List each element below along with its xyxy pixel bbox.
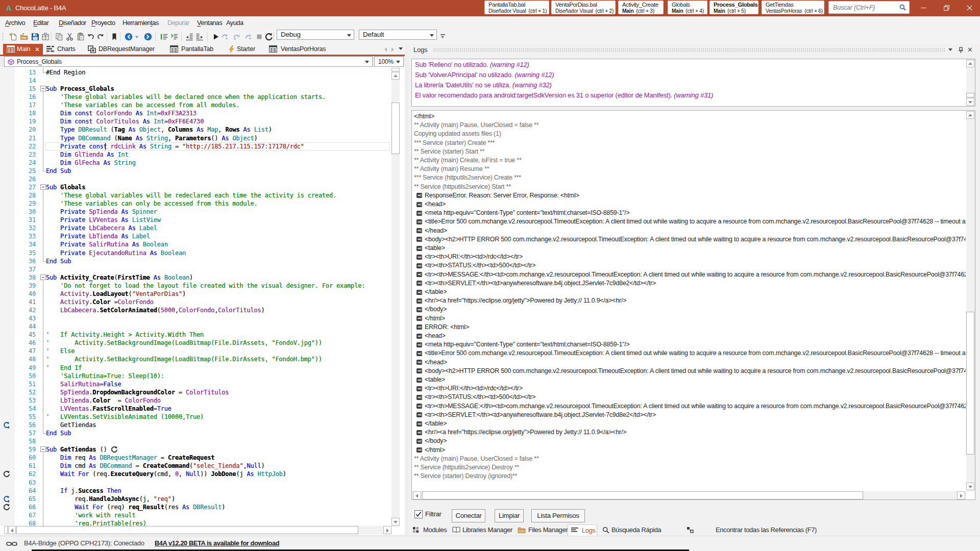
warnings-vscrollbar-thumb[interactable] xyxy=(966,93,974,97)
scroll-up-button[interactable] xyxy=(966,60,974,67)
log-line[interactable]: ** Service (httputils2service) Destroy *… xyxy=(412,463,966,472)
code-line-49[interactable]: 49' End If xyxy=(0,364,393,372)
log-line[interactable]: ** Activity (main) Resume ** xyxy=(412,165,966,173)
scroll-down-button[interactable] xyxy=(391,518,400,525)
code-line-26[interactable]: 26 xyxy=(0,175,393,183)
tab-main[interactable]: Main✕ xyxy=(3,44,43,55)
quick-tab-process_globals[interactable]: Process_GlobalsMain (ctrl + 5) xyxy=(709,1,758,14)
new-file-icon[interactable] xyxy=(9,32,18,41)
log-line[interactable]: </body> xyxy=(412,437,966,445)
log-line[interactable]: <tr><th>SERVLET:</th><td>anywheresoftwar… xyxy=(412,411,966,419)
fold-collapse-icon[interactable] xyxy=(40,184,46,190)
log-line[interactable]: <tr><th>STATUS:</th><td>500</td></tr> xyxy=(412,393,966,402)
code-line-20[interactable]: 20 Type DBResult (Tag As Object, Columns… xyxy=(0,126,393,134)
menu-depurar[interactable]: Depurar xyxy=(167,19,189,27)
search-box[interactable] xyxy=(828,1,910,14)
quick-tab-gettiendas[interactable]: GetTiendasVentasPorHoras (ctrl + 6) xyxy=(762,1,824,14)
log-line[interactable]: <tr><th>SERVLET:</th><td>anywheresoftwar… xyxy=(412,279,966,288)
log-line[interactable]: <tr><th>URI:</th><td>/rdc</td></tr> xyxy=(412,253,966,261)
code-line-18[interactable]: 18 Dim const ColorFondo As Int=0xFF3A231… xyxy=(0,109,393,117)
code-line-51[interactable]: 51 SalirRutina=False xyxy=(0,380,393,388)
code-line-44[interactable]: 44 xyxy=(0,322,393,331)
log-line[interactable]: ** Service (starter) Destroy (ignored)** xyxy=(412,472,966,481)
log-line[interactable]: <table> xyxy=(412,375,966,384)
code-line-62[interactable]: 62 Wait For (req.ExecuteQuery(cmd, 0, Nu… xyxy=(0,470,393,478)
log-line[interactable]: ResponseError. Reason: Server Error, Res… xyxy=(412,191,966,200)
warnings-list[interactable]: Sub 'Relleno' no utilizado. (warning #12… xyxy=(411,59,975,107)
code-line-38[interactable]: 38Sub Activity_Create(FirstTime As Boole… xyxy=(0,273,393,282)
save-icon[interactable] xyxy=(31,32,40,41)
code-line-60[interactable]: 60 Dim req As DBRequestManager = CreateR… xyxy=(0,454,393,462)
code-line-58[interactable]: 58 xyxy=(0,437,393,445)
tab-dbrequestmanager[interactable]: DBRequestManager xyxy=(85,44,154,55)
code-line-61[interactable]: 61 Dim cmd As DBCommand = CreateCommand(… xyxy=(0,462,393,470)
pin-icon[interactable] xyxy=(958,47,964,54)
log-line[interactable]: <body><h2>HTTP ERROR 500 com.mchange.v2.… xyxy=(412,367,966,375)
menu-ventanas[interactable]: Ventanas xyxy=(197,19,222,27)
scroll-right-button[interactable] xyxy=(383,526,391,534)
code-line-63[interactable]: 63 xyxy=(0,479,393,487)
filter-checkbox[interactable] xyxy=(414,510,423,518)
close-button[interactable] xyxy=(961,0,978,16)
code-line-17[interactable]: 17 'These variables can be accessed from… xyxy=(0,101,393,109)
code-line-16[interactable]: 16 'These global variables will be decla… xyxy=(0,93,393,101)
log-output[interactable]: </html>** Activity (main) Pause, UserClo… xyxy=(411,110,975,500)
log-line[interactable]: <head> xyxy=(412,332,966,340)
quick-tab-ventapordias.bal[interactable]: VentaPorDias.balDiseñador Visual (ctrl +… xyxy=(551,1,616,14)
tool-tab-logs[interactable]: Logs xyxy=(568,524,597,536)
toolbar-grip[interactable] xyxy=(2,33,4,41)
code-line-45[interactable]: 45' If Activity.Height > Activity.Width … xyxy=(0,331,393,339)
log-line[interactable]: </html> xyxy=(412,314,966,323)
log-line[interactable]: </body> xyxy=(412,305,966,314)
zoom-combobox[interactable]: 100% xyxy=(374,56,404,67)
code-line-19[interactable]: 19 Dim const ColorTitulos As Int=0xFF6E4… xyxy=(0,117,393,126)
log-line[interactable]: Copying updated assets files (1) xyxy=(412,130,966,138)
menu-proyecto[interactable]: Proyecto xyxy=(91,19,115,27)
editor-vscrollbar-thumb[interactable] xyxy=(391,103,400,154)
log-line[interactable]: <tr><th>URI:</th><td>/rdc</td></tr> xyxy=(412,384,966,393)
update-available-link[interactable]: B4A v12.20 BETA is available for downloa… xyxy=(155,539,279,547)
tab-pantallatab[interactable]: PantallaTab xyxy=(166,44,217,55)
limpiar-button[interactable]: Limpiar xyxy=(495,509,524,522)
navigate-back-icon[interactable] xyxy=(124,32,133,41)
code-line-59[interactable]: 59Sub GetTiendas () xyxy=(0,445,393,454)
editor-hscrollbar[interactable] xyxy=(4,526,391,534)
scroll-down-button[interactable] xyxy=(966,483,974,490)
code-line-46[interactable]: 46' Activity.SetBackgroundImage(LoadBitm… xyxy=(0,339,393,347)
log-line[interactable]: <table> xyxy=(412,244,966,253)
log-line[interactable]: </table> xyxy=(412,419,966,428)
log-line[interactable]: ** Activity (main) Create, isFirst = tru… xyxy=(412,156,966,165)
log-line[interactable]: ** Activity (main) Pause, UserClosed = f… xyxy=(412,455,966,463)
log-line[interactable]: <tr><th>MESSAGE:</th><td>com.mchange.v2.… xyxy=(412,270,966,279)
bookmark-icon[interactable] xyxy=(110,32,119,41)
code-line-43[interactable]: 43 xyxy=(0,314,393,322)
restart-icon[interactable] xyxy=(264,32,274,41)
conectar-button[interactable]: Conectar xyxy=(452,509,485,522)
code-line-22[interactable]: 22 Private const rdcLink As String = "ht… xyxy=(0,142,393,151)
minimize-button[interactable] xyxy=(915,0,933,16)
log-line[interactable]: </table> xyxy=(412,288,966,296)
quick-tab-activity_create[interactable]: Activity_CreateMain (ctrl + 3) xyxy=(618,1,664,14)
debug-mode-combobox[interactable]: Debug xyxy=(277,30,354,40)
code-line-64[interactable]: 64 If j.Success Then xyxy=(0,487,393,495)
scroll-down-button[interactable] xyxy=(966,98,974,106)
log-line[interactable]: <hr/><a href="https://eclipse.org/jetty"… xyxy=(412,428,966,437)
code-line-56[interactable]: 56 GetTiendas xyxy=(0,421,393,429)
stop-icon[interactable] xyxy=(255,32,264,41)
fold-collapse-icon[interactable] xyxy=(40,86,46,91)
tab-ventasporhoras[interactable]: VentasPorHoras xyxy=(265,44,327,55)
scroll-left-button[interactable] xyxy=(413,491,421,499)
code-line-65[interactable]: 65 req.HandleJobAsync(j, "req") xyxy=(0,495,393,503)
code-line-37[interactable]: 37 xyxy=(0,265,393,273)
code-line-48[interactable]: 48' Activity.SetBackgroundImage(LoadBitm… xyxy=(0,355,393,363)
scroll-left-button[interactable] xyxy=(8,526,16,534)
menu-archivo[interactable]: Archivo xyxy=(5,19,25,27)
indent-icon[interactable] xyxy=(195,32,204,41)
code-line-14[interactable]: 14 xyxy=(0,77,393,85)
log-line[interactable]: <tr><th>STATUS:</th><td>500</td></tr> xyxy=(412,261,966,270)
code-line-25[interactable]: 25End Sub xyxy=(0,167,393,175)
code-line-41[interactable]: 41 Activity.Color =ColorFondo xyxy=(0,298,393,306)
cut-icon[interactable] xyxy=(65,32,75,41)
build-config-combobox[interactable]: Default xyxy=(359,30,437,40)
step-out-icon[interactable] xyxy=(243,32,253,41)
